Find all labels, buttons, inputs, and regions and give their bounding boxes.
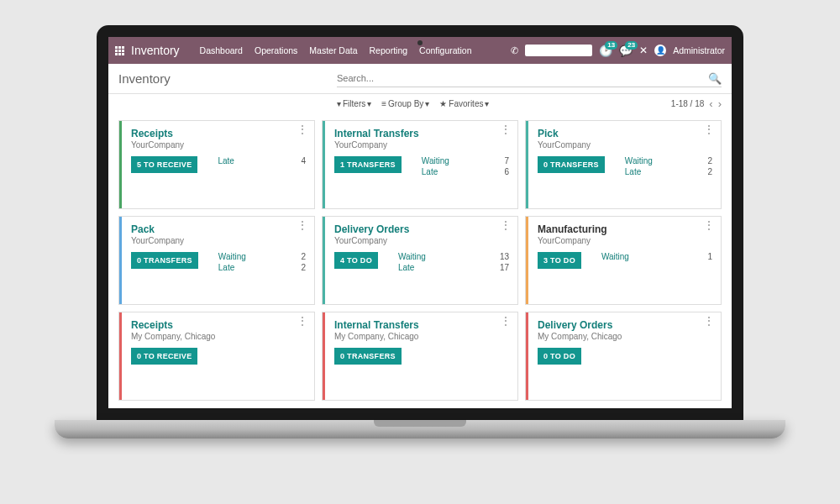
card-action-button[interactable]: 3 TO DO	[538, 252, 581, 269]
card-action-button[interactable]: 4 TO DO	[334, 252, 378, 269]
card-title[interactable]: Pick	[538, 128, 712, 139]
kanban-card[interactable]: ⋮PackYourCompany0 TRANSFERSWaiting2Late2	[118, 216, 315, 305]
stat-label[interactable]: Waiting	[218, 252, 246, 261]
kanban-card[interactable]: ⋮ReceiptsMy Company, Chicago0 TO RECEIVE	[118, 312, 315, 401]
search-bar: 🔍	[337, 71, 722, 87]
card-menu-icon[interactable]: ⋮	[704, 126, 714, 133]
kanban-card[interactable]: ⋮PickYourCompany0 TRANSFERSWaiting2Late2	[525, 120, 722, 209]
card-title[interactable]: Delivery Orders	[538, 319, 712, 331]
card-action-button[interactable]: 0 TRANSFERS	[334, 348, 402, 365]
kanban-card[interactable]: ⋮Internal TransfersMy Company, Chicago0 …	[322, 312, 518, 401]
search-icon[interactable]: 🔍	[708, 72, 722, 85]
stat-label[interactable]: Waiting	[625, 156, 653, 165]
user-avatar-icon[interactable]: 👤	[654, 45, 666, 56]
stat-value: 7	[504, 156, 509, 165]
app-brand[interactable]: Inventory	[131, 44, 180, 57]
stat-value: 2	[707, 167, 712, 176]
stat-label[interactable]: Late	[625, 167, 641, 176]
pager-prev-icon[interactable]: ‹	[709, 97, 712, 110]
search-input[interactable]	[337, 73, 708, 83]
card-body: 3 TO DOWaiting1	[538, 252, 712, 269]
filters-button[interactable]: ▾ Filters ▾	[337, 99, 371, 108]
user-name[interactable]: Administrator	[673, 45, 725, 55]
card-action-button[interactable]: 5 TO RECEIVE	[131, 156, 197, 173]
card-company: YourCompany	[538, 236, 712, 245]
stat-row: Late2	[625, 167, 712, 176]
card-action-button[interactable]: 0 TRANSFERS	[538, 156, 605, 173]
card-stats: Waiting1	[601, 252, 712, 261]
stat-value: 6	[504, 167, 509, 176]
card-body: 5 TO RECEIVELate4	[131, 156, 306, 173]
card-title[interactable]: Receipts	[131, 319, 306, 331]
phone-icon[interactable]: ✆	[511, 45, 518, 56]
quick-search-box[interactable]	[525, 45, 592, 56]
kanban-card[interactable]: ⋮Delivery OrdersYourCompany4 TO DOWaitin…	[322, 216, 518, 305]
card-title[interactable]: Receipts	[131, 128, 306, 139]
stat-label[interactable]: Late	[218, 156, 234, 165]
nav-reporting[interactable]: Reporting	[370, 45, 408, 55]
card-title[interactable]: Internal Transfers	[334, 128, 509, 139]
stat-label[interactable]: Waiting	[398, 252, 426, 261]
card-menu-icon[interactable]: ⋮	[704, 318, 714, 324]
stat-row: Waiting2	[625, 156, 712, 165]
kanban-card[interactable]: ⋮ReceiptsYourCompany5 TO RECEIVELate4	[118, 120, 315, 209]
card-stats: Waiting2Late2	[218, 252, 306, 272]
settings-cross-icon[interactable]: ✕	[639, 45, 648, 56]
activities-icon[interactable]: 🕑13	[599, 45, 612, 57]
card-company: YourCompany	[334, 236, 509, 245]
card-body: 0 TO RECEIVE	[131, 348, 306, 365]
stat-value: 2	[301, 263, 306, 272]
favorites-button[interactable]: ★ Favorites ▾	[439, 99, 489, 108]
camera-dot	[417, 40, 423, 45]
card-action-button[interactable]: 0 TO RECEIVE	[131, 348, 197, 365]
app-window: Inventory Dashboard Operations Master Da…	[108, 37, 732, 408]
kanban-card[interactable]: ⋮Internal TransfersYourCompany1 TRANSFER…	[322, 120, 518, 209]
card-menu-icon[interactable]: ⋮	[501, 318, 511, 324]
card-title[interactable]: Manufacturing	[538, 223, 712, 235]
card-company: YourCompany	[131, 140, 306, 150]
control-bar: ▾ Filters ▾ ≡ Group By ▾ ★ Favorites ▾ 1…	[108, 94, 732, 115]
messages-icon[interactable]: 💬23	[619, 45, 633, 57]
laptop-screen: Inventory Dashboard Operations Master Da…	[97, 25, 743, 420]
card-stripe	[119, 312, 122, 400]
card-body: 0 TRANSFERSWaiting2Late2	[538, 156, 712, 176]
card-menu-icon[interactable]: ⋮	[704, 222, 714, 228]
groupby-button[interactable]: ≡ Group By ▾	[381, 99, 429, 108]
laptop-base	[55, 420, 785, 438]
pager-count[interactable]: 1-18 / 18	[671, 99, 704, 108]
card-menu-icon[interactable]: ⋮	[297, 318, 307, 324]
stat-label[interactable]: Late	[398, 263, 414, 272]
stat-label[interactable]: Late	[218, 263, 234, 272]
card-stats: Waiting13Late17	[398, 252, 509, 272]
kanban-card[interactable]: ⋮ManufacturingYourCompany3 TO DOWaiting1	[525, 216, 722, 305]
stat-label[interactable]: Late	[422, 167, 438, 176]
card-body: 0 TRANSFERS	[334, 348, 509, 365]
stat-value: 17	[500, 263, 509, 272]
card-menu-icon[interactable]: ⋮	[297, 222, 307, 228]
stat-label[interactable]: Waiting	[601, 252, 629, 261]
card-menu-icon[interactable]: ⋮	[501, 222, 511, 228]
apps-grid-icon[interactable]	[115, 46, 124, 55]
nav-operations[interactable]: Operations	[255, 45, 297, 55]
card-title[interactable]: Internal Transfers	[334, 319, 509, 331]
card-action-button[interactable]: 0 TO DO	[538, 348, 581, 365]
card-title[interactable]: Delivery Orders	[334, 223, 509, 235]
card-menu-icon[interactable]: ⋮	[501, 126, 511, 133]
card-body: 4 TO DOWaiting13Late17	[334, 252, 509, 272]
card-title[interactable]: Pack	[131, 223, 306, 235]
groupby-label: Group By	[388, 99, 423, 108]
card-action-button[interactable]: 1 TRANSFERS	[334, 156, 402, 173]
nav-configuration[interactable]: Configuration	[419, 45, 471, 55]
card-action-button[interactable]: 0 TRANSFERS	[131, 252, 198, 269]
pager: 1-18 / 18 ‹ ›	[671, 97, 722, 110]
card-stripe	[323, 121, 325, 208]
card-body: 0 TRANSFERSWaiting2Late2	[131, 252, 306, 272]
pager-next-icon[interactable]: ›	[718, 97, 722, 110]
stat-label[interactable]: Waiting	[422, 156, 449, 165]
stat-row: Late6	[422, 167, 509, 176]
card-menu-icon[interactable]: ⋮	[297, 126, 307, 133]
kanban-card[interactable]: ⋮Delivery OrdersMy Company, Chicago0 TO …	[525, 312, 722, 401]
card-company: My Company, Chicago	[334, 332, 509, 341]
nav-dashboard[interactable]: Dashboard	[200, 45, 243, 55]
nav-master-data[interactable]: Master Data	[309, 45, 357, 55]
